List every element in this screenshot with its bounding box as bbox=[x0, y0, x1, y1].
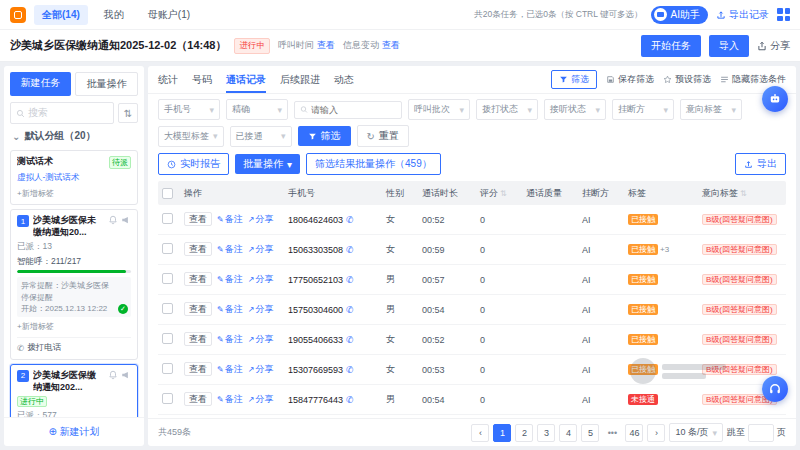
view-button[interactable]: 查看 bbox=[184, 332, 212, 346]
batch-operation-button[interactable]: 批量操作 bbox=[75, 72, 138, 96]
view-button[interactable]: 查看 bbox=[184, 242, 212, 256]
call-icon[interactable]: ✆ bbox=[346, 275, 354, 285]
select-filtered-button[interactable]: 筛选结果批量操作（459） bbox=[306, 153, 441, 175]
task-card[interactable]: 1 沙美城乡医保未缴纳通知20... 已派：13 智能呼：211/217 异常提… bbox=[10, 209, 138, 360]
call-icon[interactable]: ✆ bbox=[346, 215, 354, 225]
row-checkbox[interactable] bbox=[162, 273, 173, 284]
tab-activity[interactable]: 动态 bbox=[334, 66, 354, 93]
note-button[interactable]: ✎备注 bbox=[217, 334, 243, 344]
search-phone-input[interactable] bbox=[294, 101, 402, 119]
table-row[interactable]: 查看✎备注↗分享 15063303508✆ 女 00:59 0 AI 已接触+3… bbox=[158, 235, 786, 265]
filter-select[interactable]: 挂断方▾ bbox=[612, 99, 674, 120]
tab-all-tasks[interactable]: 全部(14) bbox=[34, 5, 88, 25]
customer-service-float-button[interactable] bbox=[762, 376, 788, 402]
share-row-button[interactable]: ↗分享 bbox=[248, 244, 274, 254]
page-button[interactable]: 4 bbox=[559, 424, 577, 442]
filter-select[interactable]: 已接通▾ bbox=[230, 126, 292, 147]
sort-filter-icon[interactable]: ⇅ bbox=[118, 103, 138, 123]
info-change-view-link[interactable]: 查看 bbox=[382, 39, 400, 52]
import-button[interactable]: 导入 bbox=[709, 35, 749, 57]
preset-filter-link[interactable]: 预设筛选 bbox=[663, 73, 711, 86]
share-row-button[interactable]: ↗分享 bbox=[248, 364, 274, 374]
bell-icon[interactable] bbox=[108, 370, 118, 380]
note-button[interactable]: ✎备注 bbox=[217, 214, 243, 224]
call-time-view-link[interactable]: 查看 bbox=[317, 39, 335, 52]
search-input[interactable] bbox=[311, 105, 396, 115]
export-button[interactable]: 导出 bbox=[735, 153, 786, 175]
share-row-button[interactable]: ↗分享 bbox=[248, 304, 274, 314]
select-all-checkbox[interactable] bbox=[162, 188, 173, 199]
note-button[interactable]: ✎备注 bbox=[217, 304, 243, 314]
call-icon[interactable]: ✆ bbox=[346, 395, 354, 405]
start-task-button[interactable]: 开始任务 bbox=[641, 35, 701, 57]
apply-filter-button[interactable]: 筛选 bbox=[298, 126, 351, 146]
tab-mine[interactable]: 我的 bbox=[96, 5, 132, 25]
dial-phone-button[interactable]: ✆ 拨打电话 bbox=[17, 337, 131, 354]
col-score[interactable]: 评分⇅ bbox=[480, 187, 522, 200]
view-button[interactable]: 查看 bbox=[184, 272, 212, 286]
apps-grid-icon[interactable] bbox=[777, 8, 790, 21]
view-button[interactable]: 查看 bbox=[184, 362, 212, 376]
view-button[interactable]: 查看 bbox=[184, 392, 212, 406]
tab-follow-up[interactable]: 后续跟进 bbox=[280, 66, 320, 93]
export-records-link[interactable]: 导出记录 bbox=[716, 8, 769, 22]
batch-actions-button[interactable]: 批量操作 ▾ bbox=[235, 154, 300, 174]
prev-page-button[interactable]: ‹ bbox=[471, 424, 489, 442]
filter-select[interactable]: 大模型标签▾ bbox=[158, 126, 224, 147]
share-row-button[interactable]: ↗分享 bbox=[248, 274, 274, 284]
table-row[interactable]: 查看✎备注↗分享 15307669593✆ 女 00:53 0 AI 已接触 B… bbox=[158, 355, 786, 385]
call-icon[interactable]: ✆ bbox=[346, 305, 354, 315]
megaphone-icon[interactable] bbox=[121, 370, 131, 380]
table-row[interactable]: 查看✎备注↗分享 18064624603✆ 女 00:52 0 AI 已接触 B… bbox=[158, 205, 786, 235]
view-button[interactable]: 查看 bbox=[184, 302, 212, 316]
task-card-selected[interactable]: 2 沙美城乡医保缴纳通知202... 进行中 已派：577 智能呼：177/34… bbox=[10, 364, 138, 417]
filter-select[interactable]: 接听状态▾ bbox=[544, 99, 606, 120]
filter-scheme-button[interactable]: 筛选 bbox=[551, 70, 597, 89]
save-filter-link[interactable]: 保存筛选 bbox=[606, 73, 654, 86]
note-button[interactable]: ✎备注 bbox=[217, 244, 243, 254]
script-link[interactable]: 虚拟人-测试话术 bbox=[17, 172, 131, 184]
call-icon[interactable]: ✆ bbox=[346, 365, 354, 375]
row-checkbox[interactable] bbox=[162, 303, 173, 314]
table-row[interactable]: 查看✎备注↗分享 15847776443✆ 男 00:54 0 AI 未接通 B… bbox=[158, 385, 786, 415]
filter-select[interactable]: 意向标签▾ bbox=[680, 99, 742, 120]
table-row[interactable]: 查看✎备注↗分享 15750304600✆ 男 00:54 0 AI 已接触 B… bbox=[158, 295, 786, 325]
realtime-report-button[interactable]: 实时报告 bbox=[158, 153, 229, 175]
page-button[interactable]: ••• bbox=[603, 424, 621, 442]
row-checkbox[interactable] bbox=[162, 243, 173, 254]
reset-filter-button[interactable]: ↻ 重置 bbox=[357, 125, 409, 147]
view-button[interactable]: 查看 bbox=[184, 212, 212, 226]
call-icon[interactable]: ✆ bbox=[346, 245, 354, 255]
group-header[interactable]: ⌄ 默认分组（20） bbox=[4, 126, 144, 146]
filter-select[interactable]: 手机号▾ bbox=[158, 99, 220, 120]
call-icon[interactable]: ✆ bbox=[346, 335, 354, 345]
row-checkbox[interactable] bbox=[162, 363, 173, 374]
page-button[interactable]: 1 bbox=[493, 424, 511, 442]
share-button[interactable]: 分享 bbox=[757, 39, 790, 53]
page-button[interactable]: 5 bbox=[581, 424, 599, 442]
sort-icon[interactable]: ⇅ bbox=[740, 189, 747, 198]
ai-assistant-button[interactable]: AI助手 bbox=[651, 6, 708, 24]
megaphone-icon[interactable] bbox=[121, 215, 131, 225]
sort-icon[interactable]: ⇅ bbox=[500, 189, 507, 198]
filter-select[interactable]: 精确▾ bbox=[226, 99, 288, 120]
tab-call-records[interactable]: 通话记录 bbox=[226, 66, 266, 93]
note-button[interactable]: ✎备注 bbox=[217, 364, 243, 374]
add-tag-button[interactable]: +新增标签 bbox=[17, 321, 131, 332]
share-row-button[interactable]: ↗分享 bbox=[248, 334, 274, 344]
jump-page-input[interactable] bbox=[748, 424, 774, 442]
table-row[interactable]: 查看✎备注↗分享 17750652103✆ 男 00:57 0 AI 已接触 B… bbox=[158, 265, 786, 295]
add-tag-button[interactable]: +新增标签 bbox=[17, 188, 131, 199]
tab-statistics[interactable]: 统计 bbox=[158, 66, 178, 93]
collapse-filters-link[interactable]: 隐藏筛选条件 bbox=[720, 73, 786, 86]
note-button[interactable]: ✎备注 bbox=[217, 394, 243, 404]
ai-robot-float-button[interactable] bbox=[762, 86, 788, 112]
page-button[interactable]: 3 bbox=[537, 424, 555, 442]
new-plan-button[interactable]: ⊕ 新建计划 bbox=[4, 417, 144, 446]
next-page-button[interactable]: › bbox=[647, 424, 665, 442]
page-button[interactable]: 46 bbox=[625, 424, 643, 442]
row-checkbox[interactable] bbox=[162, 393, 173, 404]
tab-numbers[interactable]: 号码 bbox=[192, 66, 212, 93]
col-intent[interactable]: 意向标签⇅ bbox=[702, 187, 786, 200]
bell-icon[interactable] bbox=[108, 215, 118, 225]
